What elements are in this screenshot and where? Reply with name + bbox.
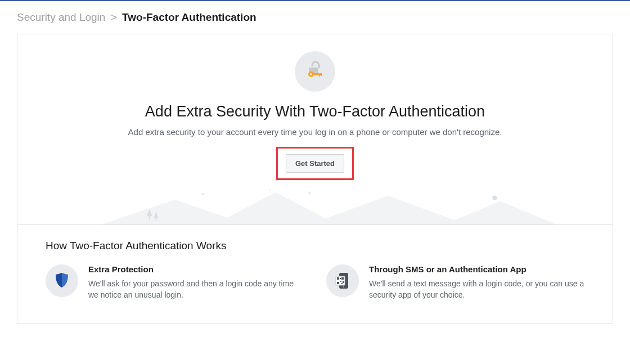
hero-subtitle: Add extra security to your account every…: [40, 127, 590, 137]
feature-sms-app: Through SMS or an Authentication App We'…: [326, 264, 584, 300]
two-factor-card: Add Extra Security With Two-Factor Authe…: [17, 34, 613, 323]
feature-title: Extra Protection: [88, 264, 304, 274]
feature-text: Through SMS or an Authentication App We'…: [369, 264, 584, 300]
svg-rect-25: [341, 283, 343, 284]
button-highlight-annotation: Get Started: [276, 147, 354, 180]
svg-point-16: [492, 196, 497, 200]
breadcrumb: Security and Login > Two-Factor Authenti…: [0, 1, 630, 34]
feature-extra-protection: Extra Protection We'll ask for your pass…: [46, 264, 304, 300]
svg-point-15: [269, 190, 271, 191]
hero-title: Add Extra Security With Two-Factor Authe…: [40, 103, 590, 120]
svg-rect-23: [340, 281, 341, 282]
lock-key-icon: [295, 51, 335, 92]
svg-rect-20: [337, 277, 339, 280]
svg-point-14: [202, 193, 204, 195]
svg-point-2: [310, 73, 312, 75]
decorative-mountains: [17, 186, 613, 225]
svg-rect-4: [319, 73, 320, 77]
how-it-works-title: How Two-Factor Authentication Works: [46, 240, 584, 252]
svg-rect-5: [321, 73, 322, 76]
svg-rect-21: [341, 277, 344, 280]
svg-rect-26: [343, 282, 344, 283]
breadcrumb-parent-link[interactable]: Security and Login: [17, 11, 105, 23]
svg-point-18: [343, 286, 344, 287]
svg-marker-9: [444, 201, 557, 224]
shield-icon: [46, 264, 78, 297]
feature-desc: We'll send a text message with a login c…: [369, 278, 584, 300]
svg-marker-7: [214, 192, 338, 224]
svg-rect-13: [156, 218, 157, 221]
svg-rect-22: [337, 282, 339, 284]
phone-qr-icon: [326, 264, 359, 297]
breadcrumb-current: Two-Factor Authentication: [122, 11, 256, 23]
svg-marker-8: [309, 196, 466, 224]
feature-desc: We'll ask for your password and then a l…: [88, 278, 304, 300]
svg-rect-27: [340, 278, 341, 279]
how-it-works-section: How Two-Factor Authentication Works Extr…: [17, 225, 613, 323]
breadcrumb-separator: >: [111, 11, 117, 23]
feature-title: Through SMS or an Authentication App: [369, 264, 584, 274]
get-started-button[interactable]: Get Started: [286, 154, 344, 173]
hero-section: Add Extra Security With Two-Factor Authe…: [17, 34, 613, 186]
feature-text: Extra Protection We'll ask for your pass…: [88, 264, 304, 300]
svg-rect-11: [149, 216, 150, 219]
features-row: Extra Protection We'll ask for your pass…: [46, 264, 584, 300]
svg-rect-24: [343, 281, 344, 282]
